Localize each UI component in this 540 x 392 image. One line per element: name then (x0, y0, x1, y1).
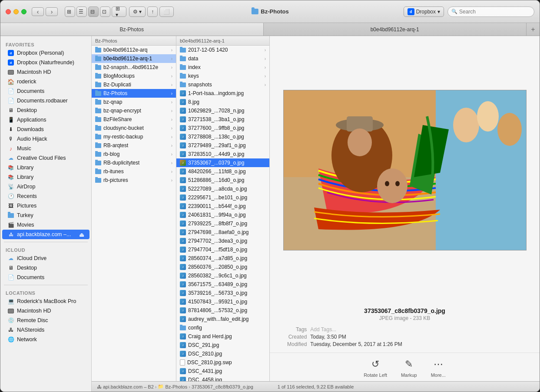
sidebar-item-downloads[interactable]: ⬇ Downloads (2, 125, 89, 134)
back-button[interactable]: ‹ (32, 7, 44, 16)
sidebar-item-documents[interactable]: 📄 Documents (2, 86, 89, 96)
col2-item-52227089[interactable]: J 52227089_...a8cda_o.jpg (176, 184, 269, 193)
col2-item-28560382[interactable]: J 28560382_...9c6c1_o.jpg (176, 271, 269, 280)
col2-item-index[interactable]: index › (176, 63, 269, 72)
view-extra-button[interactable]: ⊞ ▾ (112, 7, 126, 17)
col1-item-rb-pictures[interactable]: rb-pictures › (92, 176, 176, 184)
minimize-button[interactable] (13, 9, 19, 14)
markup-button[interactable]: ✎ Markup (401, 357, 417, 378)
col2-item-27947704[interactable]: J 27947704_...f5df18_o.jpg (176, 245, 269, 254)
col2-item-37278808[interactable]: J 37278808_...138c_o.jpg (176, 132, 269, 141)
sidebar-item-macintosh-hd[interactable]: Macintosh HD (2, 67, 89, 77)
col2-item-8[interactable]: J 8.jpg (176, 98, 269, 106)
search-bar[interactable]: 🔍 (447, 7, 534, 17)
col1-item-blogmockups[interactable]: BlogMockups › (92, 72, 176, 80)
sidebar-item-movies[interactable]: 🎬 Movies (2, 220, 89, 230)
col2-item-37279489[interactable]: J 37279489_...29af1_o.jpg (176, 141, 269, 150)
view-list-button[interactable]: ☰ (76, 7, 87, 17)
sidebar-item-remote-disc[interactable]: 💿 Remote Disc (2, 316, 89, 325)
col1-item-bz-duplicati[interactable]: Bz-Duplicati › (92, 80, 176, 89)
col2-item-24061831[interactable]: J 24061831_...9f94a_o.jpg (176, 211, 269, 219)
tags-value[interactable]: Add Tags... (310, 326, 522, 333)
tab-arq[interactable]: b0e4bd96112e-arq-1 (264, 23, 527, 36)
tag-button[interactable]: ⬜ (159, 7, 174, 17)
col1-item-bz-qnap-encrypt[interactable]: bz-qnap-encrypt › (92, 106, 176, 115)
col1-item-bzfileshare[interactable]: BzFileShare › (92, 115, 176, 124)
col2-item-48420266[interactable]: J 48420266_...11fd8_o.jpg (176, 167, 269, 176)
col2-item-27947698[interactable]: J 27947698_...8aefa0_o.jpg (176, 228, 269, 237)
sidebar-item-icloud-documents[interactable]: 📄 Documents (2, 273, 89, 282)
more-button[interactable]: ⋯ More... (431, 357, 446, 378)
col2-item-snapshots[interactable]: snapshots › (176, 80, 269, 89)
col2-item-1port[interactable]: J 1-Port-Isaa...ingdom.jpg (176, 89, 269, 98)
col1-item-b2snap[interactable]: b2-snapsh...4bd96112e › (92, 63, 176, 72)
settings-button[interactable]: ⚙ ▾ (129, 7, 146, 17)
sidebar-item-desktop[interactable]: 🖥 Desktop (2, 105, 89, 115)
sidebar-item-roderick[interactable]: 🏠 roderick (2, 77, 89, 86)
col2-item-37271538[interactable]: J 37271538_...3ba1_o.jpg (176, 115, 269, 124)
eject-icon[interactable]: ⏏ (79, 231, 84, 238)
col1-item-my-restic[interactable]: my-restic-backup › (92, 132, 176, 141)
close-button[interactable] (6, 9, 11, 14)
col2-item-audrey[interactable]: J audrey_with...falo_edit.jpg (176, 315, 269, 323)
sidebar-item-icloud-desktop[interactable]: 🖥 Desktop (2, 263, 89, 273)
col2-item-dsc2810swp[interactable]: DSC_2810.jpg.swp (176, 358, 269, 367)
search-input[interactable] (459, 9, 530, 15)
sidebar-item-library[interactable]: 📚 Library (2, 163, 89, 172)
col2-item-37277600[interactable]: J 37277600_...9ffb8_o.jpg (176, 124, 269, 132)
sidebar-item-dropbox-naturfreunde[interactable]: d Dropbox (Naturfreunde) (2, 58, 89, 67)
col2-item-config[interactable]: config (176, 323, 269, 332)
col2-item-27939225[interactable]: J 27939225_...8fb8f7_o.jpg (176, 219, 269, 228)
sidebar-item-audio-hijack[interactable]: 🎙 Audio Hijack (2, 134, 89, 144)
col2-scroll[interactable]: 2017-12-05 1420 › data › (176, 46, 269, 381)
col1-item-b0e4bd-arq[interactable]: b0e4bd96112e-arq › (92, 46, 176, 54)
col2-item-22295671[interactable]: J 22295671_...be101_o.jpg (176, 193, 269, 202)
sidebar-item-dropbox-personal[interactable]: d Dropbox (Personal) (2, 48, 89, 58)
col1-item-bz-qnap[interactable]: bz-qnap › (92, 98, 176, 106)
sidebar-item-creative-cloud[interactable]: ☁ Creative Cloud Files (2, 153, 89, 163)
view-icon-button[interactable]: ⊞ (65, 7, 75, 17)
sidebar-item-icloud-drive[interactable]: ☁ iCloud Drive (2, 254, 89, 263)
sidebar-item-api-backblaze[interactable]: 🖧 api.backblaze.com –... ⏏ (2, 230, 89, 239)
sidebar-item-airdrop[interactable]: 📡 AirDrop (2, 182, 89, 191)
col2-item-41507843[interactable]: J 41507843_...95921_o.jpg (176, 297, 269, 306)
col2-item-dsc4458[interactable]: J DSC_4458.jpg (176, 376, 269, 381)
sidebar-item-pictures[interactable]: 🖼 Pictures (2, 201, 89, 211)
sidebar-item-recents[interactable]: 🕐 Recents (2, 191, 89, 201)
col2-item-87814806[interactable]: J 87814806_...57532_o.jpg (176, 306, 269, 315)
col1-item-rb-blog[interactable]: rb-blog › (92, 150, 176, 158)
forward-button[interactable]: › (46, 7, 58, 16)
col1-item-bz-photos[interactable]: Bz-Photos › (92, 89, 176, 98)
col1-scroll[interactable]: b0e4bd96112e-arq › b0e4bd96112e-arq-1 › (92, 46, 176, 381)
col2-item-28560376[interactable]: J 28560376_...20850_o.jpg (176, 263, 269, 271)
sidebar-item-nasteroids[interactable]: 🖧 NASteroids (2, 325, 89, 335)
col1-item-b0e4bd-arq1[interactable]: b0e4bd96112e-arq-1 › (92, 54, 176, 63)
col1-item-cloudsync[interactable]: cloudsync-bucket › (92, 124, 176, 132)
sidebar-item-macbook-pro[interactable]: 💻 Roderick's MacBook Pro (2, 296, 89, 306)
view-columns-button[interactable]: ⊟ (88, 7, 99, 17)
col2-item-dsc4431[interactable]: J DSC_4431.jpg (176, 367, 269, 376)
col1-item-rb-itunes[interactable]: rb-itunes › (92, 167, 176, 176)
sidebar-item-network[interactable]: 🌐 Network (2, 335, 89, 344)
sidebar-item-library2[interactable]: 📚 Library (2, 172, 89, 182)
col1-item-rb-duplicitytest[interactable]: RB-duplicitytest › (92, 158, 176, 167)
sidebar-item-music[interactable]: ♪ Music (2, 144, 89, 153)
col2-item-28560374a[interactable]: J 28560374_...a7d85_o.jpg (176, 254, 269, 263)
col2-item-22390011[interactable]: J 22390011_...b544f_o.jpg (176, 202, 269, 211)
col2-item-dsc291[interactable]: J DSC_291.jpg (176, 341, 269, 349)
col2-item-2017[interactable]: 2017-12-05 1420 › (176, 46, 269, 54)
maximize-button[interactable] (21, 9, 27, 14)
sidebar-item-documents-rodbauer[interactable]: 📄 Documents.rodbauer (2, 96, 89, 105)
col2-item-37283510[interactable]: J 37283510_...44d9_o.jpg (176, 150, 269, 158)
view-gallery-button[interactable]: ⊡ (100, 7, 110, 17)
col2-item-35739216[interactable]: J 35739216_...56733_o.jpg (176, 289, 269, 297)
col2-item-data[interactable]: data › (176, 54, 269, 63)
share-button[interactable]: ↑ (147, 7, 158, 17)
sidebar-item-applications[interactable]: 📱 Applications (2, 115, 89, 125)
tab-add-button[interactable]: + (527, 23, 540, 36)
col2-item-27947702[interactable]: J 27947702_...3dea3_o.jpg (176, 237, 269, 245)
col1-item-rb-arqtest[interactable]: RB-arqtest › (92, 141, 176, 150)
col2-item-10629829[interactable]: J 10629829_...7028_n.jpg (176, 106, 269, 115)
tab-bz-photos[interactable]: Bz-Photos (0, 23, 264, 36)
col2-item-dsc2810[interactable]: J DSC_2810.jpg (176, 349, 269, 358)
